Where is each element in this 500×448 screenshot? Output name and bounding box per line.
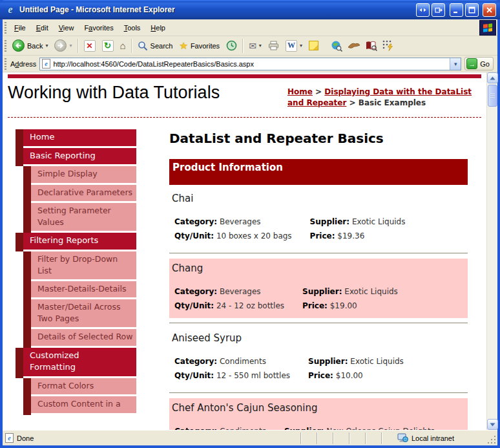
sidebar-item-filtering-reports[interactable]: Filtering Reports <box>23 233 136 250</box>
standard-toolbar: Back ▾ ▾ ✕ ↻ ⌂ Search ★ Favorites ✉ ▾ <box>3 36 497 56</box>
minimize-button[interactable] <box>450 3 463 17</box>
scrollbar-thumb[interactable] <box>488 85 497 107</box>
site-title: Working with Data Tutorials <box>8 83 287 103</box>
status-pane-separator <box>349 432 350 444</box>
windows-logo <box>479 20 496 36</box>
discuss-button[interactable] <box>306 39 322 52</box>
supplier-value: Exotic Liquids <box>352 217 406 226</box>
word-icon: W <box>287 41 295 50</box>
search-button[interactable]: Search <box>134 39 176 52</box>
product-list: Chai Category: Beverages Supplier: Exoti… <box>169 189 468 430</box>
window-resize-grip[interactable] <box>488 436 497 445</box>
sidebar-navigation: HomeBasic ReportingSimple DisplayDeclara… <box>16 129 136 430</box>
address-input[interactable]: e http://localhost:4560/Code/DataListRep… <box>39 58 461 70</box>
sidebar-item-label: Filtering Reports <box>30 235 98 245</box>
go-button[interactable]: → Go <box>464 57 494 70</box>
sidebar-item-label: Simple Display <box>37 169 98 178</box>
edit-with-word-button[interactable]: W ▾ <box>282 39 306 53</box>
sidebar-item-master-details-details[interactable]: Master-Details-Details <box>31 281 136 297</box>
research-book-icon[interactable] <box>366 41 377 51</box>
sidebar-item-declarative-parameters[interactable]: Declarative Parameters <box>31 185 136 201</box>
forward-button[interactable]: ▾ <box>51 38 75 53</box>
qty-label: Qty/Unit: <box>174 371 214 380</box>
messenger-grid-icon[interactable] <box>382 40 393 51</box>
item-separator <box>169 323 468 324</box>
go-arrow-icon: → <box>466 58 477 69</box>
price-label: Price: <box>308 371 333 380</box>
status-pane-separator <box>333 432 334 444</box>
price-value: $10.00 <box>336 371 363 380</box>
history-icon <box>226 40 237 51</box>
stop-icon: ✕ <box>86 41 92 50</box>
addressbar-grip-handle[interactable] <box>5 58 6 70</box>
menu-grip-handle[interactable] <box>5 22 6 34</box>
sidebar-item-custom-content-in-a[interactable]: Custom Content in a <box>31 396 136 412</box>
security-zone-label: Local intranet <box>411 434 454 442</box>
menu-item-view[interactable]: View <box>54 21 79 34</box>
sidebar-item-label: Format Colors <box>37 381 94 390</box>
history-button[interactable] <box>223 39 240 52</box>
globe-search-icon[interactable] <box>331 40 342 52</box>
pop-out-icon <box>435 6 443 14</box>
web-page: Working with Data Tutorials Home > Displ… <box>3 72 486 430</box>
address-label: Address <box>9 60 39 68</box>
product-name: Aniseed Syrup <box>172 332 464 344</box>
sidebar-item-basic-reporting[interactable]: Basic Reporting <box>23 148 136 165</box>
title-bar: e Untitled Page - Microsoft Internet Exp… <box>0 0 500 19</box>
sidebar-item-simple-display[interactable]: Simple Display <box>31 166 136 182</box>
address-dropdown-button[interactable]: ▾ <box>450 58 461 70</box>
sidebar-item-format-colors[interactable]: Format Colors <box>31 378 136 394</box>
back-dropdown-caret[interactable]: ▾ <box>45 43 48 48</box>
supplier-value: Exotic Liquids <box>344 287 398 296</box>
favorites-button[interactable]: ★ Favorites <box>176 39 223 53</box>
scroll-up-button[interactable] <box>487 72 498 83</box>
breadcrumb-current: Basic Examples <box>359 98 426 107</box>
breadcrumb-link[interactable]: Home <box>287 87 313 96</box>
edit-dropdown-caret[interactable]: ▾ <box>300 43 302 48</box>
back-button[interactable]: Back ▾ <box>9 38 51 53</box>
sidebar-item-setting-parameter-values[interactable]: Setting Parameter Values <box>31 203 136 231</box>
pop-out-button[interactable] <box>432 3 445 17</box>
status-pane-separator <box>317 432 318 444</box>
menu-item-edit[interactable]: Edit <box>31 21 54 34</box>
note-icon <box>309 41 318 50</box>
sidebar-item-filter-by-drop-down-list[interactable]: Filter by Drop-Down List <box>31 251 136 279</box>
menu-item-help[interactable]: Help <box>145 21 171 34</box>
mail-dropdown-caret[interactable]: ▾ <box>259 43 262 48</box>
print-button[interactable] <box>265 39 282 52</box>
breadcrumb-separator: > <box>346 98 358 107</box>
menu-item-tools[interactable]: Tools <box>119 21 146 34</box>
product-name: Chef Anton's Cajun Seasoning <box>172 402 464 414</box>
price-label: Price: <box>310 231 335 240</box>
product-name: Chang <box>172 262 464 274</box>
sidebar-item-customized-formatting[interactable]: Customized Formatting <box>23 348 136 377</box>
resize-arrows-button[interactable] <box>416 3 430 17</box>
stop-button[interactable]: ✕ <box>81 39 99 53</box>
toolbar-grip-handle[interactable] <box>5 40 6 52</box>
refresh-button[interactable]: ↻ <box>99 39 117 53</box>
forward-dropdown-caret[interactable]: ▾ <box>69 43 72 48</box>
sidebar-item-master-detail-across-two-pages[interactable]: Master/Detail Across Two Pages <box>31 299 136 327</box>
sidebar-item-label: Master/Detail Across Two Pages <box>37 302 120 323</box>
maximize-button[interactable] <box>465 3 479 17</box>
back-label: Back <box>27 42 43 50</box>
sidebar-item-home[interactable]: Home <box>23 129 136 146</box>
close-icon <box>486 6 493 14</box>
qty-label: Qty/Unit: <box>174 231 214 240</box>
product-item: Chai Category: Beverages Supplier: Exoti… <box>169 189 468 248</box>
scroll-down-button[interactable] <box>487 419 498 430</box>
sidebar-item-details-of-selected-row[interactable]: Details of Selected Row <box>31 329 136 345</box>
menu-item-file[interactable]: File <box>9 21 31 34</box>
home-button[interactable]: ⌂ <box>117 39 129 52</box>
close-button[interactable] <box>483 3 496 17</box>
bird-icon[interactable] <box>348 41 360 50</box>
item-separator <box>169 253 468 254</box>
breadcrumb: Home > Displaying Data with the DataList… <box>287 83 481 109</box>
page-title: DataList and Repeater Basics <box>169 131 468 146</box>
mail-button[interactable]: ✉ ▾ <box>245 39 265 52</box>
vertical-scrollbar[interactable] <box>486 72 497 430</box>
menu-bar: FileEditViewFavoritesToolsHelp <box>3 19 497 36</box>
address-url[interactable]: http://localhost:4560/Code/DataListRepea… <box>53 60 450 68</box>
minimize-icon <box>453 6 460 14</box>
menu-item-favorites[interactable]: Favorites <box>79 21 118 34</box>
